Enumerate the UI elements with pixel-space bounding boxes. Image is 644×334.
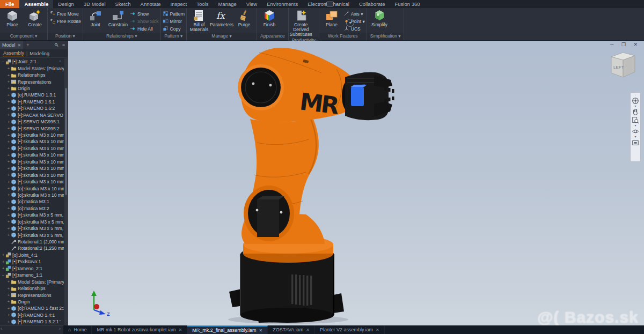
tree-row-servo-mg995-1[interactable]: +[•]:SERVO MG995:1 (0, 118, 64, 125)
expand-icon[interactable]: + (6, 293, 11, 298)
group-label[interactable]: Simplification ▾ (367, 33, 404, 40)
expand-icon[interactable]: + (6, 126, 11, 131)
close-icon[interactable]: ✕ (18, 43, 21, 48)
free-move-button[interactable]: Free Move (49, 10, 81, 17)
close-icon[interactable]: ✕ (376, 328, 379, 332)
menu-assemble[interactable]: Assemble (19, 0, 53, 8)
tree-row-skrutka-m3-x-10-mm-k[interactable]: +[•]:skrutka M3 x 10 mm, k (0, 138, 64, 145)
tree-row-skrutka-m3-x-5-mm-ku[interactable]: +[•]:skrutka M3 x 5 mm, kuž (0, 212, 64, 218)
menu-sketch[interactable]: Sketch (111, 0, 136, 8)
orbit-icon[interactable] (632, 128, 639, 135)
expand-icon[interactable]: + (6, 86, 11, 91)
finish-button[interactable]: Finish (259, 9, 280, 27)
pattern-button[interactable]: Pattern (163, 10, 185, 17)
tree-row-origin[interactable]: +Origin (0, 299, 64, 305)
tree-row-skrutka-m3-x-10-mm-k[interactable]: +[•]:skrutka M3 x 10 mm, k (0, 179, 64, 185)
expand-icon[interactable]: + (6, 93, 11, 98)
tree-row-o-rameno-1-3-1[interactable]: +[o]:RAMENO 1.3:1 (0, 92, 64, 98)
tree-row-o-skrutka-m3-x-5-mm-ku[interactable]: +[o]:skrutka M3 x 5 mm, kuž (0, 219, 64, 225)
expand-icon[interactable]: + (6, 320, 11, 324)
expand-icon[interactable]: + (6, 66, 11, 71)
add-browser-tab-button[interactable]: + (23, 42, 32, 48)
create-derived-substitutes-button[interactable]: Create Derived Substitutes (290, 9, 312, 37)
tree-row-rotational-1-2-000-mm[interactable]: Rotational:1 (2,000 mm) + (0, 239, 64, 245)
expand-icon[interactable]: + (6, 186, 11, 191)
tree-row-pacak-na-servo-2-1[interactable]: +[•]:PACAK NA SERVO 2:1 (0, 112, 64, 118)
expand-icon[interactable]: + (6, 192, 11, 197)
expand-icon[interactable]: + (6, 173, 11, 177)
tree-row-model-states-primary[interactable]: +Model States: [Primary] (0, 278, 64, 285)
tree-row-skrutka-m3-x-10-mm-k[interactable]: +[•]:skrutka M3 x 10 mm, k (0, 145, 64, 152)
tree-row-o-skrutka-m3-x-10-mm-k[interactable]: +[o]:skrutka M3 x 10 mm, k (0, 192, 64, 198)
tree-row-skrutka-m3-x-10-mm-k[interactable]: +[•]:skrutka M3 x 10 mm, k (0, 172, 64, 178)
close-icon[interactable]: ✕ (179, 328, 182, 332)
browser-horizontal-scrollbar[interactable] (0, 325, 63, 334)
expand-icon[interactable]: + (6, 226, 11, 231)
tree-row-skrutka-m3-x-10-mm-k[interactable]: +[•]:skrutka M3 x 10 mm, k (0, 159, 64, 165)
navigation-wheel-icon[interactable] (632, 97, 639, 105)
expand-icon[interactable]: + (6, 306, 11, 311)
group-label[interactable]: Manage ▾ (187, 33, 257, 40)
tree-row-relationships[interactable]: +Relationships (0, 72, 64, 78)
viewport-3d[interactable]: ─ ❐ ✕ (68, 41, 644, 325)
screen-share-icon[interactable] (326, 2, 334, 6)
expand-icon[interactable]: + (6, 139, 11, 144)
expand-icon[interactable]: + (6, 79, 11, 84)
zoom-icon[interactable] (632, 116, 639, 124)
tab-assembly[interactable]: Assembly (3, 50, 24, 56)
expand-icon[interactable]: + (6, 153, 11, 158)
menu-annotate[interactable]: Annotate (136, 0, 166, 8)
tree-row-skrutka-m3-x-10-mm-k[interactable]: +[•]:skrutka M3 x 10 mm, k (0, 165, 64, 172)
expand-icon[interactable]: + (6, 213, 11, 218)
hamburger-menu-icon[interactable]: ≡ (62, 42, 65, 48)
group-label[interactable]: Component ▾ (0, 33, 47, 40)
tree-row-o-matica-m3-1[interactable]: +[o]:matica M3:1 (0, 198, 64, 205)
tree-row-model-states-primary[interactable]: +Model States: [Primary] (0, 65, 64, 71)
show-button[interactable]: Show (130, 10, 159, 17)
group-label[interactable]: Position ▾ (48, 33, 83, 40)
bill-of-materials-button[interactable]: Bill of Materials (188, 9, 210, 32)
expand-icon[interactable]: + (6, 313, 11, 317)
expand-icon[interactable]: + (6, 133, 11, 138)
collapse-icon[interactable]: − (1, 60, 5, 64)
parameters-button[interactable]: fxParameters (211, 9, 232, 27)
doc-tab-planter-v2-assembly-iam[interactable]: Planter V2 assembly.iam✕ (315, 325, 385, 334)
tree-row-skrutka-m3-x-10-mm-k[interactable]: +[•]:skrutka M3 x 10 mm, k (0, 132, 64, 138)
tree-row-rameno-1-6-1[interactable]: +[•]:RAMENO 1.6:1 (0, 99, 64, 105)
expand-icon[interactable]: + (6, 166, 11, 171)
menu-inspect[interactable]: Inspect (166, 0, 192, 8)
expand-icon[interactable]: + (6, 219, 11, 224)
scroll-left-icon[interactable]: ‹ (1, 326, 2, 331)
tree-row-rameno-2-1[interactable]: +[•]:rameno_2:1 (0, 265, 64, 272)
tree-row-o-rameno-1-ast-2-1[interactable]: +[o]:RAMENO 1 čast 2:1 (0, 305, 64, 311)
copy-button[interactable]: Copy (163, 25, 185, 32)
show-sick-button[interactable]: Show Sick (130, 18, 159, 25)
tree-row-skrutka-m3-x-5-mm-ku[interactable]: +[•]:skrutka M3 x 5 mm, kuž (0, 232, 64, 238)
tree-row-joint-2-1[interactable]: −[•]:Joint_2:1 (0, 58, 64, 65)
expand-icon[interactable]: + (6, 73, 11, 78)
tree-row-rotational-2-1-250-mm[interactable]: Rotational:2 (1,250 mm) + (0, 245, 64, 251)
doc-tab-mr-mk-2-final-assembly-iam[interactable]: MR_mk.2_final_assembly.iam✕ (187, 325, 268, 334)
scroll-down-icon[interactable]: ⌄ (58, 318, 62, 322)
tab-modeling[interactable]: Modeling (30, 51, 49, 56)
tree-row-skrutka-m3-x-5-mm-ku[interactable]: +[•]:skrutka M3 x 5 mm, kuž (0, 225, 64, 232)
place-button[interactable]: Place (2, 9, 23, 27)
scroll-right-icon[interactable]: › (59, 326, 61, 331)
expand-icon[interactable]: + (1, 266, 5, 271)
tree-row-representations[interactable]: +Representations (0, 78, 64, 85)
group-label[interactable]: Appearance (257, 33, 288, 40)
plane-button[interactable]: Plane (321, 9, 342, 27)
hide-all-button[interactable]: Hide All (130, 25, 159, 32)
tree-row-o-skrutka-m3-x-10-mm-k[interactable]: +[o]:skrutka M3 x 10 mm, k (0, 185, 64, 191)
expand-icon[interactable]: + (6, 299, 11, 304)
navbar-settings-icon[interactable]: ◦ (635, 94, 636, 97)
mirror-button[interactable]: Mirror (163, 18, 185, 25)
viewcube[interactable]: LEFT (605, 48, 640, 80)
menu-fusion-360[interactable]: Fusion 360 (390, 0, 425, 8)
expand-icon[interactable]: + (6, 113, 11, 117)
scroll-up-icon[interactable]: ⌃ (58, 60, 62, 64)
tree-row-skrutka-m3-x-10-mm-k[interactable]: +[•]:skrutka M3 x 10 mm, k (0, 152, 64, 158)
joint-button[interactable]: Joint (85, 9, 106, 27)
expand-icon[interactable]: + (6, 146, 11, 151)
doc-tab-home[interactable]: ⌂Home (63, 325, 92, 334)
